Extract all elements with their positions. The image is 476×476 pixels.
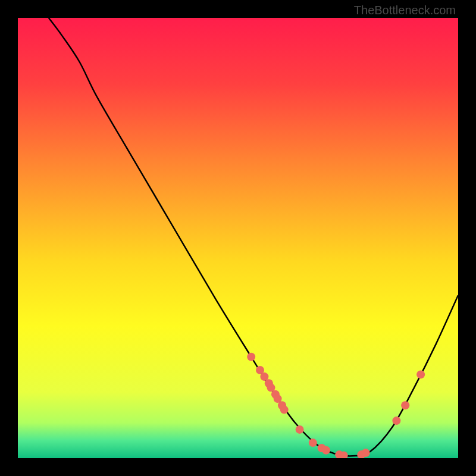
bottleneck-curve (49, 18, 458, 456)
data-marker (322, 446, 330, 455)
watermark-text: TheBottleneck.com (354, 4, 456, 17)
data-marker (401, 401, 409, 409)
data-marker (309, 439, 317, 447)
data-marker (247, 353, 255, 361)
data-marker (280, 406, 289, 414)
chart-svg (18, 18, 458, 458)
chart-container (18, 18, 458, 458)
data-marker (296, 425, 304, 434)
data-marker (392, 416, 400, 425)
data-marker (416, 370, 425, 378)
data-marker (362, 449, 370, 457)
